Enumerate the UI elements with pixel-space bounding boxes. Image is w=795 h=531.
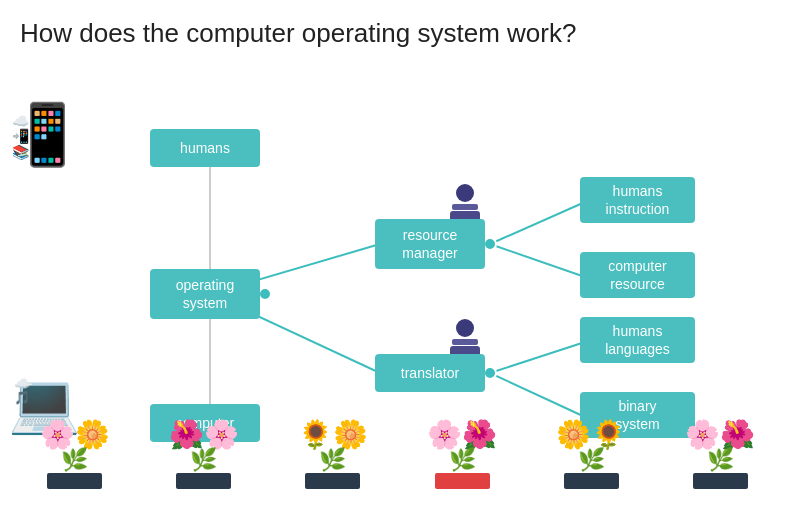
flower-2: 🌺🌸 🌿: [169, 421, 239, 489]
node-humans-instruction-label: humans instruction: [606, 182, 670, 218]
svg-point-8: [484, 367, 496, 379]
device-stack-top: ☁️📲📚: [12, 114, 29, 160]
node-resource-manager: resource manager: [375, 219, 485, 269]
node-computer-resource-label: computer resource: [608, 257, 666, 293]
node-humans-languages-label: humans languages: [605, 322, 670, 358]
flower-4: 🌸🌺 🌿: [427, 421, 497, 489]
node-translator-label: translator: [401, 364, 459, 382]
svg-point-7: [484, 238, 496, 250]
page-title: How does the computer operating system w…: [0, 0, 795, 49]
node-operating-system: operating system: [150, 269, 260, 319]
svg-line-3: [490, 202, 585, 244]
device-stack-bottom: ☁️🎵: [14, 377, 30, 406]
svg-point-9: [259, 288, 271, 300]
svg-line-4: [490, 244, 585, 277]
flowers-row: 🌸🌼 🌿 🌺🌸 🌿 🌻🌼 🌿 🌸🌺 🌿 🌼🌻 🌿 🌸🌺: [0, 409, 795, 489]
diagram-area: 📱 ☁️📲📚 💻 ☁️🎵 humans operating system com…: [0, 59, 795, 489]
flower-6: 🌸🌺 🌿: [685, 421, 755, 489]
node-humans-languages: humans languages: [580, 317, 695, 363]
node-operating-system-label: operating system: [176, 276, 234, 312]
node-resource-manager-label: resource manager: [402, 226, 457, 262]
flower-1: 🌸🌼 🌿: [40, 421, 110, 489]
flower-5: 🌼🌻 🌿: [556, 421, 626, 489]
svg-line-5: [490, 342, 585, 373]
node-translator: translator: [375, 354, 485, 392]
flower-3: 🌻🌼 🌿: [298, 421, 368, 489]
node-humans-instruction: humans instruction: [580, 177, 695, 223]
node-computer-resource: computer resource: [580, 252, 695, 298]
node-humans: humans: [150, 129, 260, 167]
node-humans-label: humans: [180, 139, 230, 157]
